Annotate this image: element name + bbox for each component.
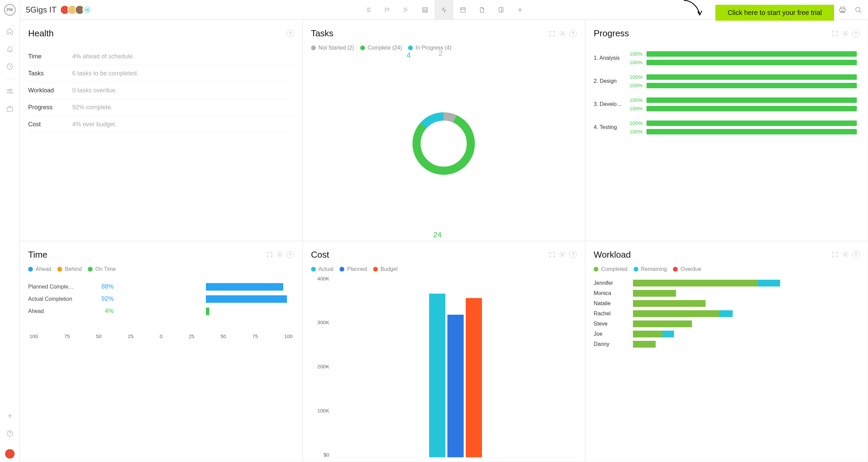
- gear-icon[interactable]: [559, 30, 566, 37]
- tasks-card: Tasks ? Not Started (2)Complete (24)In P…: [303, 20, 585, 241]
- svg-point-13: [562, 254, 563, 256]
- expand-icon[interactable]: [832, 251, 838, 258]
- gear-icon[interactable]: [842, 251, 849, 258]
- add-icon[interactable]: [6, 412, 14, 420]
- view-board-icon[interactable]: [378, 0, 397, 19]
- legend-item[interactable]: Actual: [311, 266, 333, 272]
- progress-pct: 100%: [629, 106, 642, 111]
- view-gantt-icon[interactable]: [397, 0, 416, 19]
- legend-dot: [311, 267, 316, 272]
- cost-bar-chart: [335, 276, 577, 458]
- view-dashboard-icon[interactable]: [435, 0, 454, 19]
- health-row-label: Time: [28, 53, 72, 60]
- legend-label: Complete (24): [368, 45, 402, 51]
- gear-icon[interactable]: [842, 30, 849, 37]
- time-row: Ahead4%: [28, 308, 294, 315]
- recent-icon[interactable]: [6, 62, 14, 71]
- donut-label-notstarted: 2: [439, 49, 443, 58]
- legend-item[interactable]: Completed: [594, 266, 627, 272]
- tasks-donut-chart: 2 4 24: [311, 51, 577, 237]
- workload-row: Joe: [594, 331, 860, 337]
- avatar-group[interactable]: +6: [62, 5, 92, 15]
- search-icon[interactable]: [854, 6, 862, 14]
- progress-pct: 100%: [629, 120, 642, 126]
- health-title: Health: [28, 28, 54, 39]
- progress-pct: 100%: [629, 97, 642, 103]
- progress-row: 1. Analysis100%100%: [594, 51, 857, 65]
- home-icon[interactable]: [6, 27, 14, 35]
- help-button[interactable]: ?: [852, 30, 860, 37]
- svg-point-11: [845, 33, 846, 34]
- view-list-icon[interactable]: [359, 0, 378, 19]
- view-add-icon[interactable]: [510, 0, 529, 19]
- legend-item[interactable]: Remaining: [634, 266, 667, 272]
- expand-icon[interactable]: [549, 251, 556, 258]
- workload-segment: [633, 320, 692, 327]
- view-calendar-icon[interactable]: [454, 0, 472, 19]
- app-logo[interactable]: PM: [4, 4, 16, 16]
- health-row-value: 92% complete.: [72, 104, 113, 111]
- legend-item[interactable]: Overdue: [673, 266, 701, 272]
- progress-name: 1. Analysis: [594, 55, 624, 61]
- view-sheet-icon[interactable]: [416, 0, 435, 19]
- axis-tick: 50: [96, 333, 102, 339]
- help-icon[interactable]: [6, 429, 14, 438]
- svg-rect-7: [499, 7, 503, 12]
- trial-banner[interactable]: Click here to start your free trial: [715, 5, 834, 21]
- progress-card: Progress ? 1. Analysis100%100%2. Design1…: [585, 20, 868, 241]
- legend-dot: [373, 267, 378, 272]
- legend-item[interactable]: Not Started (2): [311, 45, 354, 51]
- help-button[interactable]: ?: [569, 30, 577, 37]
- axis-tick: 75: [64, 333, 70, 339]
- legend-item[interactable]: Complete (24): [360, 45, 402, 51]
- notifications-icon[interactable]: [6, 45, 14, 53]
- axis-tick: 25: [189, 333, 194, 339]
- health-row-value: 4% over budget.: [72, 121, 117, 128]
- svg-rect-6: [461, 8, 465, 12]
- health-row: Progress92% complete.: [28, 99, 294, 116]
- legend-item[interactable]: Budget: [373, 266, 398, 272]
- legend-item[interactable]: On Time: [88, 266, 116, 272]
- help-button[interactable]: ?: [287, 251, 294, 258]
- gear-icon[interactable]: [559, 251, 566, 258]
- progress-pct: 100%: [629, 129, 642, 134]
- gear-icon[interactable]: [276, 251, 283, 258]
- axis-tick: 100: [284, 333, 293, 339]
- legend-dot: [408, 45, 413, 50]
- workload-name: Rachel: [594, 311, 628, 317]
- view-files-icon[interactable]: [472, 0, 491, 19]
- cost-bar-actual: [429, 294, 445, 457]
- workload-row: Rachel: [594, 310, 860, 317]
- expand-icon[interactable]: [266, 251, 273, 258]
- svg-point-2: [10, 89, 12, 91]
- portfolio-icon[interactable]: [6, 105, 14, 113]
- avatar-overflow-badge[interactable]: +6: [82, 5, 92, 15]
- legend-label: Not Started (2): [319, 45, 354, 51]
- svg-point-14: [845, 254, 846, 256]
- legend-item[interactable]: Planned: [340, 266, 367, 272]
- app-sidebar: PM: [0, 0, 20, 462]
- legend-item[interactable]: In Progress (4): [408, 45, 451, 51]
- expand-icon[interactable]: [549, 30, 556, 37]
- print-icon[interactable]: [839, 6, 846, 14]
- user-avatar[interactable]: [5, 449, 15, 459]
- axis-tick: 200K: [311, 364, 329, 369]
- help-button[interactable]: ?: [569, 251, 577, 258]
- time-row-label: Planned Comple…: [28, 284, 93, 290]
- view-reports-icon[interactable]: [491, 0, 510, 19]
- team-icon[interactable]: [6, 87, 14, 95]
- progress-row: 4. Testing100%100%: [594, 120, 857, 134]
- legend-dot: [673, 267, 678, 272]
- legend-item[interactable]: Behind: [57, 266, 82, 272]
- help-button[interactable]: ?: [852, 251, 860, 258]
- workload-segment: [633, 280, 757, 287]
- progress-bar: [647, 121, 857, 126]
- legend-label: Ahead: [36, 266, 51, 272]
- legend-label: Budget: [381, 266, 398, 272]
- workload-bar: [633, 331, 860, 337]
- legend-item[interactable]: Ahead: [28, 266, 51, 272]
- progress-bar: [647, 106, 857, 111]
- expand-icon[interactable]: [832, 30, 838, 37]
- health-row-label: Workload: [28, 87, 72, 94]
- help-button[interactable]: ?: [287, 30, 294, 37]
